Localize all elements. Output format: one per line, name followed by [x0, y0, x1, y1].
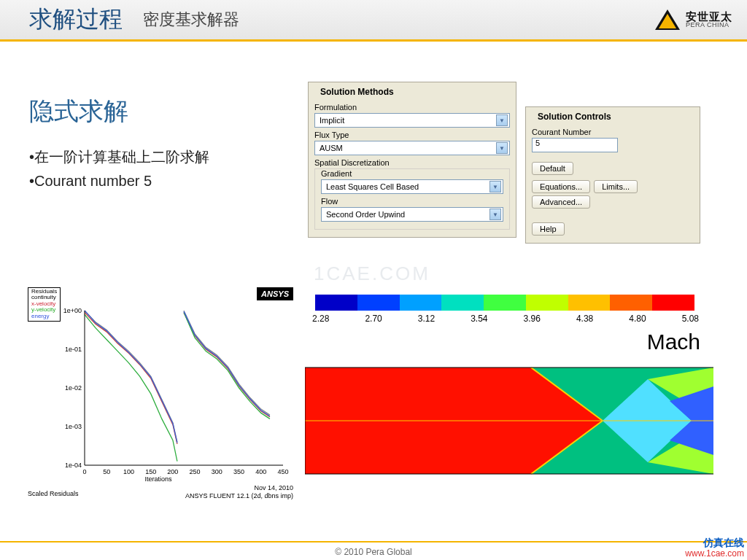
chevron-down-icon: ▼	[489, 181, 501, 192]
equations-button[interactable]: Equations...	[532, 180, 590, 193]
residuals-date: Nov 14, 2010	[185, 484, 293, 492]
section-heading: 隐式求解	[29, 95, 292, 128]
slide-header: 求解过程 密度基求解器 安世亚太 PERA CHINA	[0, 0, 747, 42]
courant-label: Courant Number	[532, 128, 694, 136]
left-content: 隐式求解 •在一阶计算基础上二阶求解 •Courant number 5	[29, 95, 292, 195]
source-url: www.1cae.com	[685, 549, 744, 559]
logo-triangle-icon	[655, 9, 680, 30]
brand-cn: 安世亚太	[686, 11, 732, 22]
residuals-footer-right: Nov 14, 2010 ANSYS FLUENT 12.1 (2d, dbns…	[185, 484, 293, 500]
bullet-1: •在一阶计算基础上二阶求解	[29, 147, 292, 167]
ansys-badge: ANSYS	[257, 287, 293, 300]
watermark: 1CAE.COM	[314, 262, 430, 285]
flow-label: Flow	[321, 197, 503, 206]
solution-controls-title: Solution Controls	[532, 107, 694, 125]
residuals-legend: Residuals continuity x-velocity y-veloci…	[28, 287, 61, 322]
residuals-version: ANSYS FLUENT 12.1 (2d, dbns imp)	[185, 492, 293, 500]
formulation-value: Implicit	[320, 116, 344, 125]
mach-label: Mach	[647, 330, 700, 354]
mach-body	[305, 357, 713, 484]
legend-energy: energy	[31, 314, 57, 319]
solution-methods-title: Solution Methods	[314, 82, 510, 100]
source-cn: 仿真在线	[685, 537, 744, 548]
solution-controls-panel: Solution Controls Courant Number 5 Defau…	[525, 106, 700, 244]
advanced-button[interactable]: Advanced...	[532, 195, 590, 209]
mach-contour: 2.282.703.123.543.964.384.805.08 Mach	[305, 287, 713, 506]
brand-en: PERA CHINA	[686, 22, 732, 28]
solution-methods-panel: Solution Methods Formulation Implicit ▼ …	[308, 82, 516, 238]
gradient-label: Gradient	[321, 169, 503, 178]
flux-select[interactable]: AUSM ▼	[314, 141, 510, 155]
spatial-label: Spatial Discretization	[314, 158, 510, 167]
title-main: 求解过程	[29, 4, 123, 36]
residuals-footer-left: Scaled Residuals	[28, 490, 79, 497]
chevron-down-icon: ▼	[489, 209, 501, 220]
help-button[interactable]: Help	[532, 222, 565, 236]
brand-logo: 安世亚太 PERA CHINA	[655, 9, 732, 30]
copyright: © 2010 Pera Global	[0, 547, 747, 557]
footer-line	[0, 541, 747, 542]
residuals-chart: Residuals continuity x-velocity y-veloci…	[23, 287, 293, 506]
chevron-down-icon: ▼	[496, 142, 508, 154]
flow-value: Second Order Upwind	[326, 210, 405, 219]
gradient-select[interactable]: Least Squares Cell Based ▼	[321, 179, 503, 194]
default-button[interactable]: Default	[532, 162, 573, 175]
colorbar-ticks: 2.282.703.123.543.964.384.805.08	[312, 314, 699, 324]
source-badge: 仿真在线 www.1cae.com	[685, 537, 744, 559]
title-sub: 密度基求解器	[143, 9, 239, 31]
courant-input[interactable]: 5	[532, 138, 618, 152]
residuals-xlabel: Iterations	[23, 475, 293, 483]
flux-value: AUSM	[320, 144, 343, 152]
limits-button[interactable]: Limits...	[594, 180, 638, 193]
courant-value: 5	[535, 139, 540, 147]
formulation-select[interactable]: Implicit ▼	[314, 113, 510, 128]
gradient-value: Least Squares Cell Based	[326, 182, 419, 191]
residuals-plot-area	[85, 311, 283, 465]
bullet-2: •Courant number 5	[29, 173, 292, 190]
flow-select[interactable]: Second Order Upwind ▼	[321, 207, 503, 222]
formulation-label: Formulation	[314, 103, 510, 112]
flux-label: Flux Type	[314, 131, 510, 139]
spatial-group: Gradient Least Squares Cell Based ▼ Flow…	[314, 168, 510, 230]
colorbar	[315, 295, 694, 311]
chevron-down-icon: ▼	[496, 114, 508, 126]
